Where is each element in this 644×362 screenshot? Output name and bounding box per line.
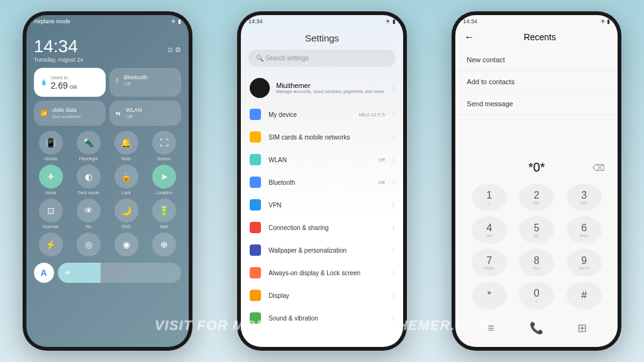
brightness-slider[interactable]: ☀ [58, 263, 181, 283]
settings-search[interactable]: 🔍 Search settings [248, 50, 396, 67]
dialer-display: *0* ⌫ [455, 154, 618, 181]
menu-send-message[interactable]: Send message [455, 93, 618, 115]
settings-title: Settings [241, 28, 403, 50]
status-time: 14:34 [463, 18, 477, 25]
phone-settings: 14:34 ✈ ▮ Settings 🔍 Search settings Miu… [237, 11, 407, 351]
toggle-extra2[interactable]: ◎ [77, 233, 101, 256]
toggle-lock[interactable]: 🔒 [114, 165, 138, 189]
toggle-scanner[interactable]: ⊡ [39, 199, 63, 222]
settings-item-icon [250, 290, 261, 301]
dialpad-key-4[interactable]: 4GHI [472, 216, 507, 244]
settings-item-icon [250, 199, 261, 211]
status-icons: ✈ ▮ [386, 18, 396, 25]
settings-item-value: Off [378, 157, 385, 163]
status-icons: ✈ ▮ [171, 18, 181, 25]
settings-item-label: WLAN [269, 156, 370, 163]
control-center-screen: Airplane mode ✈ ▮ 14:34 Tuesday, August … [26, 15, 189, 347]
phone-control-center: Airplane mode ✈ ▮ 14:34 Tuesday, August … [23, 11, 192, 351]
settings-item[interactable]: Connection & sharing⟩ [241, 216, 403, 239]
tile-bluetooth[interactable]: ᛒ Bluetooth Off [109, 68, 181, 97]
phone-dialer: 14:34 ✈ ▮ ← Recents New contact Add to c… [452, 11, 621, 351]
toggle-extra4[interactable]: ⊕ [152, 233, 176, 256]
settings-item-label: My device [269, 111, 352, 118]
settings-item[interactable]: WLANOff⟩ [241, 148, 403, 171]
status-bar: Airplane mode ✈ ▮ [26, 15, 189, 28]
chevron-icon: ⟩ [392, 179, 394, 185]
settings-item[interactable]: BluetoothOff⟩ [241, 171, 403, 194]
tile-mobile-data[interactable]: 📶 obile data Not available [34, 101, 106, 126]
toggle-extra1[interactable]: ⚡ [39, 233, 63, 256]
toggle-location[interactable]: ➤ [152, 165, 176, 189]
dialpad-key-6[interactable]: 6MNO [567, 216, 602, 244]
status-mode: Airplane mode [34, 18, 70, 25]
dialpad-key-5[interactable]: 5JKL [519, 216, 554, 244]
dialer-title: Recents [470, 32, 609, 42]
dialpad-key-8[interactable]: 8TUV [519, 249, 554, 277]
auto-brightness-button[interactable]: A [34, 263, 54, 283]
settings-account-row[interactable]: Miuithemer Manage accounts, cloud servic… [241, 73, 403, 103]
chevron-icon: ⟩ [392, 224, 394, 231]
toggle-dark-mode[interactable]: ◐ [77, 165, 101, 189]
brightness-fill: ☀ [58, 263, 101, 283]
settings-list: My deviceMIUI 12.5.5⟩SIM cards & mobile … [241, 103, 403, 329]
cc-header-icons[interactable]: ⊙ ⚙ [167, 46, 181, 54]
chevron-icon: ⟩ [392, 270, 394, 276]
status-icons: ✈ ▮ [601, 18, 611, 25]
avatar [250, 78, 270, 98]
toggle-airplane[interactable]: ✈ [39, 165, 63, 189]
backspace-button[interactable]: ⌫ [592, 163, 605, 173]
dialed-number: *0* [528, 160, 545, 175]
dialpad-key-#[interactable]: # [567, 282, 602, 309]
cc-clock: 14:34 [34, 36, 84, 57]
settings-screen: 14:34 ✈ ▮ Settings 🔍 Search settings Miu… [241, 15, 403, 347]
settings-item-icon [250, 244, 261, 256]
chevron-icon: ⟩ [392, 156, 394, 163]
signal-icon: 📶 [40, 110, 47, 116]
settings-item-label: SIM cards & mobile networks [269, 134, 377, 141]
toggle-flashlight[interactable]: 🔦 [77, 131, 101, 155]
settings-item[interactable]: Always-on display & Lock screen⟩ [241, 261, 403, 284]
toggle-reading[interactable]: 👁 [77, 199, 101, 222]
settings-item-icon [250, 177, 261, 188]
settings-item-label: Always-on display & Lock screen [269, 270, 377, 277]
watermark: VISIT FOR MORE THEMES - MIUITHEMER.COM [0, 317, 644, 334]
settings-item[interactable]: SIM cards & mobile networks⟩ [241, 126, 403, 148]
dialpad-key-7[interactable]: 7PQRS [472, 249, 507, 277]
settings-item[interactable]: My deviceMIUI 12.5.5⟩ [241, 103, 403, 126]
menu-new-contact[interactable]: New contact [455, 49, 618, 71]
tile-data-usage[interactable]: 💧 Used to 2.69 GB [34, 68, 106, 97]
settings-item-icon [250, 131, 261, 143]
dialer-menu: New contact Add to contacts Send message [455, 47, 618, 118]
chevron-icon: ⟩ [392, 247, 394, 253]
bluetooth-icon: ᛒ [116, 77, 119, 84]
status-bar: 14:34 ✈ ▮ [455, 15, 618, 28]
settings-item-label: VPN [269, 202, 377, 209]
settings-item-icon [250, 109, 261, 120]
toggle-screenshot[interactable]: ⛶ [152, 131, 176, 155]
dialpad-key-3[interactable]: 3DEF [567, 184, 602, 211]
dialpad-key-*[interactable]: * [472, 282, 507, 309]
dialpad-key-0[interactable]: 0+ [519, 282, 554, 309]
settings-item[interactable]: Wallpaper & personalization⟩ [241, 239, 403, 261]
dialpad-key-1[interactable]: 1∞ [472, 184, 507, 211]
toggle-mute[interactable]: 🔔 [114, 131, 138, 155]
chevron-icon: ⟩ [392, 134, 394, 140]
menu-add-contacts[interactable]: Add to contacts [455, 71, 618, 93]
cc-content: 14:34 Tuesday, August 24 ⊙ ⚙ 💧 Used to 2… [26, 28, 189, 288]
settings-item-label: Bluetooth [269, 179, 370, 186]
toggle-battery[interactable]: 🔋 [152, 199, 176, 222]
settings-item-icon [250, 154, 261, 165]
dialpad-key-2[interactable]: 2ABC [519, 184, 554, 211]
dialpad: 1∞2ABC3DEF4GHI5JKL6MNO7PQRS8TUV9WXYZ*0+# [455, 181, 618, 309]
toggle-extra3[interactable]: ◉ [114, 233, 138, 256]
dialpad-key-9[interactable]: 9WXYZ [567, 249, 602, 277]
chevron-icon: ⟩ [392, 202, 394, 208]
settings-item[interactable]: VPN⟩ [241, 194, 403, 216]
cc-toggle-grid: 📳Vibrate 🔦Flashlight 🔔Mute ⛶Screen ✈mode… [34, 131, 181, 256]
settings-item[interactable]: Display⟩ [241, 284, 403, 307]
tile-wlan[interactable]: ⇆ WLAN Off [109, 101, 181, 126]
status-time: 14:34 [248, 18, 263, 25]
toggle-dnd[interactable]: 🌙 [114, 199, 138, 222]
cc-date: Tuesday, August 24 [34, 57, 84, 63]
toggle-vibrate[interactable]: 📳 [39, 131, 63, 155]
